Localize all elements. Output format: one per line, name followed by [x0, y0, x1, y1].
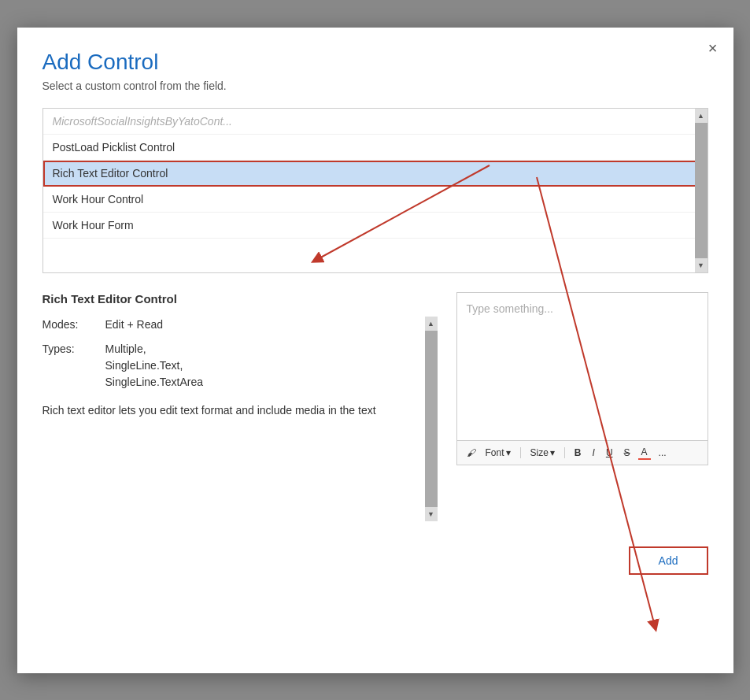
- bottom-actions: Add: [42, 546, 708, 575]
- detail-content: Modes: Edit + Read Types: Multiple, Sing…: [42, 317, 438, 521]
- preview-placeholder: Type something...: [467, 302, 554, 315]
- detail-description: Rich text editor lets you edit text form…: [42, 402, 422, 419]
- detail-scroll-down[interactable]: ▼: [425, 507, 438, 521]
- detail-panel: Rich Text Editor Control Modes: Edit + R…: [42, 292, 438, 521]
- toolbar-sep2: [564, 447, 565, 458]
- list-item[interactable]: Work Hour Control: [43, 187, 708, 213]
- font-chevron-icon: ▾: [506, 447, 511, 458]
- dialog-title: Add Control: [42, 50, 708, 75]
- detail-title: Rich Text Editor Control: [42, 292, 438, 306]
- list-item[interactable]: Work Hour Form: [43, 213, 708, 239]
- strikethrough-button[interactable]: S: [621, 446, 634, 459]
- add-control-dialog: × Add Control Select a custom control fr…: [17, 28, 733, 673]
- size-dropdown[interactable]: Size ▾: [527, 446, 558, 459]
- list-item[interactable]: PostLoad Picklist Control: [43, 135, 708, 161]
- list-item[interactable]: MicrosoftSocialInsightsByYatoCont...: [43, 109, 708, 135]
- types-value: Multiple, SingleLine.Text, SingleLine.Te…: [105, 341, 204, 391]
- close-button[interactable]: ×: [708, 40, 718, 56]
- detail-scroll-up[interactable]: ▲: [425, 317, 438, 331]
- underline-button[interactable]: U: [603, 446, 616, 459]
- scroll-down-arrow[interactable]: ▼: [695, 258, 708, 272]
- color-button[interactable]: A: [638, 446, 651, 460]
- scroll-up-arrow[interactable]: ▲: [695, 109, 708, 123]
- control-list-container: MicrosoftSocialInsightsByYatoCont... Pos…: [42, 108, 708, 273]
- toolbar-sep1: [520, 447, 521, 458]
- italic-button[interactable]: I: [589, 446, 598, 459]
- detail-types-row: Types: Multiple, SingleLine.Text, Single…: [42, 341, 422, 391]
- dialog-overlay: × Add Control Select a custom control fr…: [0, 0, 750, 700]
- more-button[interactable]: ...: [656, 446, 670, 459]
- detail-scroll-thumb: [425, 331, 438, 507]
- list-scrollbar: ▲ ▼: [695, 109, 708, 272]
- bottom-section: Rich Text Editor Control Modes: Edit + R…: [42, 292, 708, 521]
- list-item-richtext[interactable]: Rich Text Editor Control: [43, 161, 708, 187]
- preview-box: Type something... 🖌 Font ▾ Size ▾: [456, 292, 708, 465]
- detail-modes-row: Modes: Edit + Read: [42, 317, 422, 333]
- preview-content[interactable]: Type something...: [457, 293, 708, 440]
- bold-button[interactable]: B: [571, 446, 585, 459]
- add-button[interactable]: Add: [629, 546, 708, 575]
- detail-scrollbar: ▲ ▼: [425, 317, 438, 521]
- preview-toolbar: 🖌 Font ▾ Size ▾ B I U: [457, 440, 708, 465]
- control-list-scroll[interactable]: MicrosoftSocialInsightsByYatoCont... Pos…: [43, 109, 708, 272]
- preview-panel: Type something... 🖌 Font ▾ Size ▾: [456, 292, 708, 521]
- dialog-subtitle: Select a custom control from the field.: [42, 80, 708, 92]
- detail-scroll[interactable]: Modes: Edit + Read Types: Multiple, Sing…: [42, 317, 438, 521]
- font-dropdown[interactable]: Font ▾: [482, 446, 514, 459]
- size-chevron-icon: ▾: [550, 447, 555, 458]
- types-label: Types:: [42, 341, 105, 391]
- modes-label: Modes:: [42, 317, 105, 333]
- paint-icon: 🖌: [465, 446, 478, 459]
- modes-value: Edit + Read: [105, 317, 164, 333]
- scroll-thumb: [695, 123, 708, 258]
